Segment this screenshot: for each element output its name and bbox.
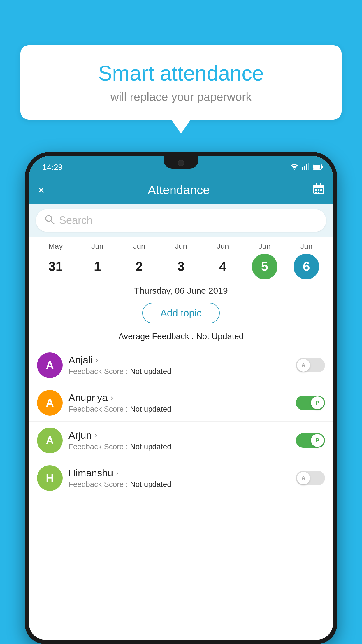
- avatar: A: [37, 428, 63, 453]
- volume-up-button: [25, 225, 25, 242]
- calendar-day[interactable]: Jun1: [78, 242, 116, 279]
- calendar-icon[interactable]: [313, 183, 324, 197]
- wifi-icon: [290, 163, 299, 172]
- battery-icon: [313, 163, 323, 172]
- student-feedback: Feedback Score : Not updated: [68, 367, 290, 376]
- student-feedback: Feedback Score : Not updated: [68, 405, 290, 414]
- student-item[interactable]: HHimanshu ›Feedback Score : Not updatedA: [29, 459, 333, 497]
- svg-rect-2: [306, 164, 307, 170]
- speech-bubble: Smart attendance will replace your paper…: [20, 45, 342, 120]
- svg-rect-14: [315, 192, 317, 193]
- attendance-toggle[interactable]: P: [296, 396, 325, 410]
- student-name[interactable]: Arjun ›: [68, 430, 290, 441]
- avatar: H: [37, 465, 63, 491]
- svg-rect-8: [314, 185, 324, 188]
- close-button[interactable]: ×: [38, 183, 45, 197]
- student-name[interactable]: Himanshu ›: [68, 467, 290, 479]
- svg-rect-6: [313, 165, 320, 169]
- calendar-day[interactable]: Jun4: [204, 242, 242, 279]
- avatar: A: [37, 390, 63, 416]
- selected-date-label: Thursday, 06 June 2019: [29, 286, 333, 296]
- attendance-toggle[interactable]: P: [296, 433, 325, 448]
- attendance-toggle[interactable]: A: [296, 471, 325, 485]
- status-icons: [290, 163, 323, 172]
- calendar-day[interactable]: May31: [37, 242, 75, 279]
- selected-date-info: Thursday, 06 June 2019: [29, 279, 333, 300]
- student-list: AAnjali ›Feedback Score : Not updatedAAA…: [29, 346, 333, 497]
- attendance-toggle[interactable]: A: [296, 358, 325, 372]
- bubble-title: Smart attendance: [38, 61, 324, 85]
- svg-rect-1: [304, 166, 305, 170]
- svg-rect-3: [308, 163, 309, 170]
- svg-line-17: [51, 221, 54, 224]
- svg-rect-15: [318, 192, 319, 193]
- student-feedback: Feedback Score : Not updated: [68, 480, 290, 489]
- avg-feedback-value: Not Updated: [196, 332, 244, 341]
- power-button: [337, 245, 337, 268]
- silent-button: [25, 280, 25, 306]
- svg-rect-5: [321, 166, 323, 168]
- student-item[interactable]: AArjun ›Feedback Score : Not updatedP: [29, 422, 333, 459]
- add-topic-container: Add topic: [29, 300, 333, 329]
- svg-rect-12: [318, 189, 319, 191]
- phone-frame: 14:29: [25, 152, 337, 644]
- student-item[interactable]: AAnupriya ›Feedback Score : Not updatedP: [29, 384, 333, 422]
- svg-rect-0: [302, 167, 303, 170]
- student-name[interactable]: Anjali ›: [68, 354, 290, 366]
- search-container: Search: [29, 204, 333, 237]
- signal-icon: [302, 163, 310, 172]
- add-topic-button[interactable]: Add topic: [142, 303, 220, 323]
- search-input[interactable]: Search: [59, 214, 92, 227]
- phone-camera: [178, 160, 184, 166]
- student-item[interactable]: AAnjali ›Feedback Score : Not updatedA: [29, 346, 333, 384]
- calendar-day[interactable]: Jun5: [246, 242, 284, 279]
- avatar: A: [37, 352, 63, 378]
- svg-rect-11: [315, 189, 317, 191]
- calendar-day[interactable]: Jun6: [287, 242, 325, 279]
- student-feedback: Feedback Score : Not updated: [68, 442, 290, 451]
- calendar-strip: May31Jun1Jun2Jun3Jun4Jun5Jun6: [29, 237, 333, 279]
- calendar-day[interactable]: Jun3: [162, 242, 200, 279]
- search-bar[interactable]: Search: [36, 209, 326, 232]
- app-header: × Attendance: [29, 176, 333, 204]
- page-title: Attendance: [148, 183, 210, 197]
- volume-down-button: [25, 248, 25, 274]
- status-time: 14:29: [42, 163, 63, 172]
- search-icon: [45, 214, 55, 227]
- calendar-day[interactable]: Jun2: [120, 242, 158, 279]
- avg-feedback: Average Feedback : Not Updated: [29, 329, 333, 346]
- student-name[interactable]: Anupriya ›: [68, 392, 290, 403]
- phone-screen: 14:29: [29, 156, 333, 640]
- svg-rect-13: [320, 189, 322, 191]
- bubble-subtitle: will replace your paperwork: [38, 90, 324, 104]
- phone-notch: [164, 156, 198, 169]
- avg-feedback-label: Average Feedback :: [118, 332, 196, 341]
